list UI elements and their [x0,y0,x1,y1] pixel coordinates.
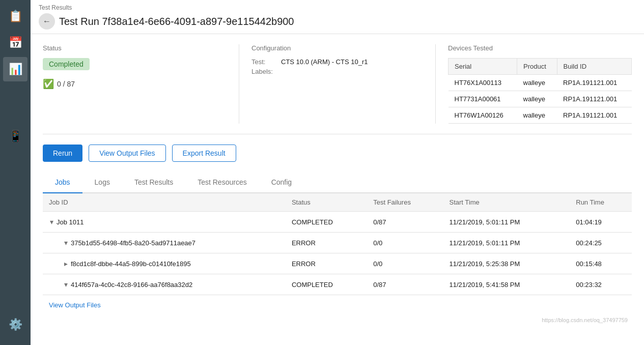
collapse-button[interactable]: ▾ [63,279,69,290]
job-run-time: 00:15:48 [570,253,632,274]
main-content: Test Results ← Test Run 7f38a1e4-6e66-40… [31,0,644,345]
page-title: Test Run 7f38a1e4-6e66-4091-a897-9e11544… [59,16,294,27]
clipboard-icon: 📋 [9,10,22,23]
config-labels-row: Labels: [251,68,435,75]
job-id-label: 375b1d55-6498-4fb5-8a20-5ad9711aeae7 [71,239,195,247]
view-output-files-link[interactable]: View Output Files [49,299,101,311]
tab-logs[interactable]: Logs [82,172,122,193]
job-run-time: 00:23:32 [570,274,632,295]
table-row: ▸f8cd1c8f-dbbe-44a5-899b-c01410fe1895ERR… [43,253,632,274]
status-label: Status [43,44,227,52]
device-serial: HT76X1A00113 [449,75,517,91]
bottom-view-output: View Output Files [43,295,632,315]
devices-section: Devices Tested Serial Product Build ID H… [435,44,632,124]
calendar-icon: 📅 [9,36,22,49]
config-test-val: CTS 10.0 (ARM) - CTS 10_r1 [281,58,368,66]
device-table-row: HT7731A00061walleyeRP1A.191121.001 [449,91,632,107]
tab-test-resources[interactable]: Test Resources [185,172,259,193]
devices-label: Devices Tested [448,44,632,52]
watermark: https://blog.csdn.net/oq_37497759 [43,315,632,325]
job-status: ERROR [286,233,367,253]
device-table-row: HT76X1A00113walleyeRP1A.191121.001 [449,75,632,91]
device-table-row: HT76W1A00126walleyeRP1A.191121.001 [449,107,632,124]
device-serial: HT76W1A00126 [449,107,517,124]
pass-count-value: 0 / 87 [57,80,75,88]
devices-col-product: Product [517,59,557,75]
job-status: COMPLETED [286,274,367,295]
job-id-cell: ▾414f657a-4c0c-42c8-9166-aa76f8aa32d2 [43,274,286,295]
jobs-col-status: Status [286,193,367,212]
jobs-col-runtime: Run Time [570,193,632,212]
device-build_id: RP1A.191121.001 [557,107,631,124]
content-area: Status Completed ✅ 0 / 87 Configuration … [31,34,644,345]
tab-test-results[interactable]: Test Results [122,172,185,193]
config-labels-key: Labels: [251,68,277,75]
title-row: ← Test Run 7f38a1e4-6e66-4091-a897-9e115… [39,13,634,30]
header: Test Results ← Test Run 7f38a1e4-6e66-40… [31,0,644,34]
sidebar-item-phone[interactable]: 📱 [3,124,27,149]
sidebar-item-calendar[interactable]: 📅 [3,31,27,55]
phone-icon: 📱 [9,130,22,143]
config-test-key: Test: [251,58,277,66]
job-start-time: 11/21/2019, 5:41:58 PM [443,274,570,295]
jobs-col-failures: Test Failures [367,193,443,212]
expand-button[interactable]: ▸ [63,258,69,269]
job-start-time: 11/21/2019, 5:01:11 PM [443,233,570,253]
jobs-col-start: Start Time [443,193,570,212]
sidebar-item-chart[interactable]: 📊 [3,57,27,81]
job-status: COMPLETED [286,212,367,233]
job-id-label: 414f657a-4c0c-42c8-9166-aa76f8aa32d2 [71,281,192,289]
tab-config[interactable]: Config [259,172,304,193]
breadcrumb: Test Results [39,4,634,11]
sidebar-item-clipboard[interactable]: 📋 [3,4,27,28]
job-start-time: 11/21/2019, 5:01:11 PM [443,212,570,233]
view-output-button[interactable]: View Output Files [89,145,165,162]
status-section: Status Completed ✅ 0 / 87 [43,44,239,124]
device-build_id: RP1A.191121.001 [557,75,631,91]
tab-jobs[interactable]: Jobs [43,172,82,193]
job-id-cell: ▾375b1d55-6498-4fb5-8a20-5ad9711aeae7 [43,233,286,253]
job-run-time: 00:24:25 [570,233,632,253]
devices-table: Serial Product Build ID HT76X1A00113wall… [448,58,632,124]
device-serial: HT7731A00061 [449,91,517,107]
pass-count: ✅ 0 / 87 [43,78,227,90]
table-row: ▾Job 1011COMPLETED0/8711/21/2019, 5:01:1… [43,212,632,233]
job-id-cell: ▸f8cd1c8f-dbbe-44a5-899b-c01410fe1895 [43,253,286,274]
settings-icon: ⚙️ [9,318,22,331]
config-label: Configuration [251,44,435,52]
job-status: ERROR [286,253,367,274]
jobs-col-id: Job ID [43,193,286,212]
job-id-cell: ▾Job 1011 [43,212,286,233]
job-test-failures: 0/0 [367,233,443,253]
check-circle-icon: ✅ [43,78,54,90]
devices-col-serial: Serial [449,59,517,75]
action-row: Rerun View Output Files Export Result [43,145,632,162]
device-build_id: RP1A.191121.001 [557,91,631,107]
chart-icon: 📊 [9,63,22,76]
device-product: walleye [517,107,557,124]
table-row: ▾414f657a-4c0c-42c8-9166-aa76f8aa32d2COM… [43,274,632,295]
export-result-button[interactable]: Export Result [172,145,236,162]
info-row: Status Completed ✅ 0 / 87 Configuration … [43,44,632,134]
config-test-row: Test: CTS 10.0 (ARM) - CTS 10_r1 [251,58,435,66]
table-row: ▾375b1d55-6498-4fb5-8a20-5ad9711aeae7ERR… [43,233,632,253]
collapse-button[interactable]: ▾ [63,238,69,248]
job-id-label: f8cd1c8f-dbbe-44a5-899b-c01410fe1895 [71,260,191,268]
config-section: Configuration Test: CTS 10.0 (ARM) - CTS… [239,44,435,124]
tabs: Jobs Logs Test Results Test Resources Co… [43,172,632,193]
sidebar: 📋 📅 📊 📱 ⚙️ [0,0,31,345]
job-test-failures: 0/0 [367,253,443,274]
collapse-button[interactable]: ▾ [49,217,54,227]
rerun-button[interactable]: Rerun [43,145,82,162]
back-button[interactable]: ← [39,13,55,30]
device-product: walleye [517,91,557,107]
jobs-table: Job ID Status Test Failures Start Time R… [43,193,632,295]
devices-col-build: Build ID [557,59,631,75]
job-run-time: 01:04:19 [570,212,632,233]
job-test-failures: 0/87 [367,274,443,295]
sidebar-item-settings[interactable]: ⚙️ [3,312,27,337]
device-product: walleye [517,75,557,91]
job-test-failures: 0/87 [367,212,443,233]
job-id-label: Job 1011 [57,218,84,226]
status-badge: Completed [43,58,90,70]
